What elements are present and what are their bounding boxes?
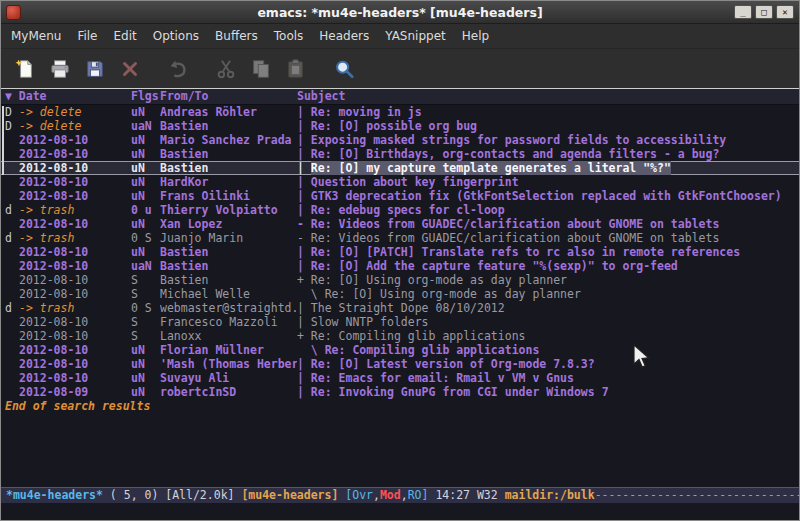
subject-cell: | Re: [O] Latest version of Org-mode 7.8… [297, 357, 799, 371]
column-from[interactable]: From/To [160, 89, 297, 104]
mark-cell: d [5, 203, 19, 217]
message-row[interactable]: 2012-08-10uNFrans Oilinki| GTK3 deprecat… [1, 189, 799, 203]
subject-cell: - Re: Videos from GUADEC/clarification a… [297, 217, 799, 231]
new-file-button[interactable] [11, 55, 39, 83]
cut-button[interactable] [212, 55, 240, 83]
column-subject[interactable]: Subject [297, 89, 799, 104]
column-flags[interactable]: Flgs [131, 89, 160, 104]
subject-cell: | Re: [O] possible org bug [297, 119, 799, 133]
emacs-window: emacs: *mu4e-headers* [mu4e-headers] _□✕… [0, 0, 800, 521]
message-row[interactable]: 2012-08-10uNMario Sanchez Prada| Exposin… [1, 133, 799, 147]
close-buffer-button[interactable] [116, 55, 144, 83]
mark-cell [5, 371, 19, 385]
from-cell: Suvayu Ali [160, 371, 297, 385]
icon-paste [285, 58, 307, 80]
from-cell: Andreas Röhler [160, 105, 297, 119]
mark-cell [5, 133, 19, 147]
subject-cell: \ Re: Compiling glib applications [297, 343, 799, 357]
subject-cell: - Re: Videos from GUADEC/clarification a… [297, 231, 799, 245]
scrollbar-thumb[interactable] [2, 106, 4, 175]
modeline-segment: RO [408, 488, 422, 502]
menu-help[interactable]: Help [454, 26, 497, 46]
close-button[interactable]: ✕ [776, 5, 794, 19]
from-cell: Bastien [160, 119, 297, 133]
subject-cell: + Re: Compiling glib applications [297, 329, 799, 343]
message-row[interactable]: 2012-08-10SBastien+ Re: [O] Using org-mo… [1, 273, 799, 287]
icon-close [119, 58, 141, 80]
mark-cell [5, 315, 19, 329]
date-cell: -> trash [19, 203, 131, 217]
menu-yasnippet[interactable]: YASnippet [377, 26, 454, 46]
menu-headers[interactable]: Headers [311, 26, 377, 46]
flags-cell: uN [131, 133, 160, 147]
message-row[interactable]: 2012-08-10uNFlorian Müllner \ Re: Compil… [1, 343, 799, 357]
message-row[interactable]: 2012-08-10uaNBastien| Re: [O] Add the ca… [1, 259, 799, 273]
undo-button[interactable] [164, 55, 192, 83]
icon-cut [215, 58, 237, 80]
save-button[interactable] [81, 55, 109, 83]
subject-cell: \ Re: [O] Using org-mode as day planner [297, 287, 799, 301]
titlebar[interactable]: emacs: *mu4e-headers* [mu4e-headers] _□✕ [1, 1, 799, 24]
print-button[interactable] [46, 55, 74, 83]
flags-cell: uaN [131, 119, 160, 133]
mark-cell [5, 357, 19, 371]
headers-buffer: ▼ Date Flgs From/To Subject D-> deleteuN… [1, 89, 799, 487]
from-cell: Lanoxx [160, 329, 297, 343]
message-row[interactable]: D-> deleteuNAndreas Röhler| Re: moving i… [1, 105, 799, 119]
message-row[interactable]: 2012-08-10uN'Mash (Thomas Herbert)| Re: … [1, 357, 799, 371]
mark-cell: d [5, 231, 19, 245]
icon-undo [167, 58, 189, 80]
modeline-segment: W32 [477, 488, 505, 502]
from-cell: Juanjo Marin [160, 231, 297, 245]
message-row[interactable]: D-> deleteuaNBastien| Re: [O] possible o… [1, 119, 799, 133]
menu-buffers[interactable]: Buffers [207, 26, 266, 46]
message-row[interactable]: 2012-08-10SMichael Welle \ Re: [O] Using… [1, 287, 799, 301]
message-row[interactable]: 2012-08-10uNSuvayu Ali| Re: Emacs for em… [1, 371, 799, 385]
message-row[interactable]: d-> trash0 SJuanjo Marin- Re: Videos fro… [1, 231, 799, 245]
menu-mymenu[interactable]: MyMenu [3, 26, 69, 46]
menu-file[interactable]: File [69, 26, 105, 46]
search-button[interactable] [330, 55, 358, 83]
copy-button[interactable] [247, 55, 275, 83]
menubar: MyMenuFileEditOptionsBuffersToolsHeaders… [1, 24, 799, 49]
message-row[interactable]: d-> trash0 uThierry Volpiatto| Re: edebu… [1, 203, 799, 217]
message-row[interactable]: 2012-08-09uNrobertcInSD| Re: Invoking Gn… [1, 385, 799, 399]
message-row[interactable]: 2012-08-10SFrancesco Mazzoli| Slow NNTP … [1, 315, 799, 329]
from-cell: Bastien [160, 273, 297, 287]
mark-cell [5, 329, 19, 343]
menu-edit[interactable]: Edit [106, 26, 145, 46]
message-row[interactable]: 2012-08-10uNXan Lopez- Re: Videos from G… [1, 217, 799, 231]
message-row[interactable]: 2012-08-10SLanoxx+ Re: Compiling glib ap… [1, 329, 799, 343]
from-cell: 'Mash (Thomas Herbert) [160, 357, 297, 371]
menu-options[interactable]: Options [145, 26, 207, 46]
echo-area [1, 503, 799, 520]
menu-tools[interactable]: Tools [266, 26, 312, 46]
minimize-button[interactable]: _ [734, 5, 752, 19]
message-row[interactable]: 2012-08-10uNBastien| Re: [O] Birthdays, … [1, 147, 799, 161]
message-row[interactable]: d-> trash0 Swebmaster@straightd...| The … [1, 301, 799, 315]
modeline-segment: -------------------------------- [595, 488, 799, 502]
message-row[interactable]: 2012-08-10uNBastien| Re: [O] my capture … [1, 161, 799, 175]
message-row[interactable]: 2012-08-10uNBastien| Re: [O] [PATCH] Tra… [1, 245, 799, 259]
date-cell: -> delete [19, 105, 131, 119]
mark-cell [5, 161, 19, 175]
subject-cell: | Slow NNTP folders [297, 315, 799, 329]
subject-cell: | Question about key fingerprint [297, 175, 799, 189]
flags-cell: S [131, 287, 160, 301]
maximize-button[interactable]: □ [755, 5, 773, 19]
from-cell: Florian Müllner [160, 343, 297, 357]
from-cell: Thierry Volpiatto [160, 203, 297, 217]
column-date[interactable]: ▼ Date [5, 89, 131, 104]
subject-cell: | Exposing masked strings for password f… [297, 133, 799, 147]
end-of-results: End of search results [1, 399, 799, 413]
from-cell: Bastien [160, 147, 297, 161]
paste-button[interactable] [282, 55, 310, 83]
from-cell: robertcInSD [160, 385, 297, 399]
from-cell: Mario Sanchez Prada [160, 133, 297, 147]
message-row[interactable]: 2012-08-10uNHardKor| Question about key … [1, 175, 799, 189]
date-cell: 2012-08-10 [19, 287, 131, 301]
column-header-row: ▼ Date Flgs From/To Subject [1, 89, 799, 105]
mark-cell [5, 259, 19, 273]
flags-cell: 0 u [131, 203, 160, 217]
from-cell: Bastien [160, 161, 297, 175]
